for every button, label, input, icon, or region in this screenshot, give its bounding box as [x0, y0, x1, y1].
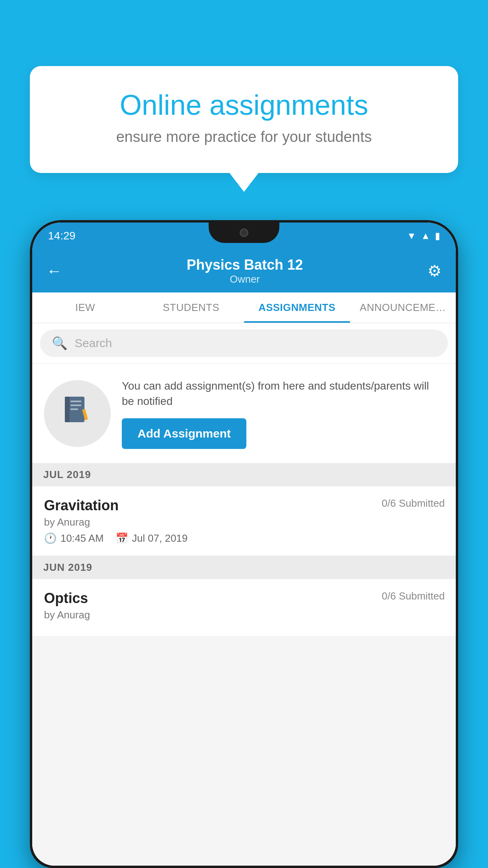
assignment-date: 📅 Jul 07, 2019 [116, 532, 188, 544]
battery-icon: ▮ [435, 230, 440, 241]
calendar-icon: 📅 [116, 532, 128, 544]
assignment-name: Gravitation [44, 497, 119, 514]
header-title-area: Physics Batch 12 Owner [62, 257, 427, 285]
batch-name: Physics Batch 12 [62, 257, 427, 273]
search-bar[interactable]: 🔍 Search [40, 329, 448, 357]
month-jul-2019: JUL 2019 [32, 463, 456, 486]
tab-iew[interactable]: IEW [32, 292, 138, 323]
assignment-item-gravitation[interactable]: Gravitation 0/6 Submitted by Anurag 🕐 10… [32, 486, 456, 556]
notebook-icon [62, 395, 93, 432]
tab-iew-label: IEW [75, 302, 95, 314]
svg-marker-6 [85, 420, 88, 423]
promo-text-area: You can add assignment(s) from here and … [122, 378, 444, 449]
tab-assignments-label: ASSIGNMENTS [259, 302, 336, 314]
bubble-subtitle: ensure more practice for your students [57, 129, 431, 145]
content-area: 🔍 Search [32, 323, 456, 866]
date-value: Jul 07, 2019 [132, 532, 188, 544]
assignment-header-row: Gravitation 0/6 Submitted [44, 497, 445, 514]
assignment-header-row-optics: Optics 0/6 Submitted [44, 590, 445, 607]
status-bar: 14:29 ▼ ▲ ▮ [32, 223, 456, 249]
settings-icon[interactable]: ⚙ [427, 262, 442, 280]
assignment-meta: 🕐 10:45 AM 📅 Jul 07, 2019 [44, 532, 445, 544]
submitted-badge-optics: 0/6 Submitted [382, 590, 445, 602]
speech-bubble: Online assignments ensure more practice … [30, 66, 458, 173]
assignment-author: by Anurag [44, 516, 445, 528]
status-icons: ▼ ▲ ▮ [407, 230, 440, 241]
tab-assignments[interactable]: ASSIGNMENTS [244, 292, 350, 323]
tab-students[interactable]: STUDENTS [138, 292, 244, 323]
promo-icon-circle [44, 380, 111, 447]
search-placeholder: Search [75, 337, 112, 350]
month-jun-label: JUN 2019 [43, 561, 92, 573]
submitted-badge: 0/6 Submitted [382, 497, 445, 509]
owner-label: Owner [62, 273, 427, 285]
tab-announcements[interactable]: ANNOUNCEME… [350, 292, 456, 323]
month-jul-label: JUL 2019 [43, 469, 91, 480]
search-icon: 🔍 [52, 336, 68, 351]
assignment-author-optics: by Anurag [44, 609, 445, 621]
time-value: 10:45 AM [61, 532, 104, 544]
notch-camera [240, 228, 248, 237]
svg-rect-1 [65, 397, 70, 422]
month-jun-2019: JUN 2019 [32, 556, 456, 579]
promo-description: You can add assignment(s) from here and … [122, 378, 444, 409]
bubble-title: Online assignments [57, 90, 431, 121]
tabs-bar: IEW STUDENTS ASSIGNMENTS ANNOUNCEME… [32, 292, 456, 323]
notch [209, 223, 279, 243]
wifi-icon: ▼ [407, 230, 416, 241]
add-assignment-button[interactable]: Add Assignment [122, 418, 246, 449]
clock-icon: 🕐 [44, 532, 57, 544]
app-header: ← Physics Batch 12 Owner ⚙ [32, 249, 456, 292]
promo-section: You can add assignment(s) from here and … [32, 364, 456, 463]
tab-announcements-label: ANNOUNCEME… [360, 302, 446, 314]
assignment-time: 🕐 10:45 AM [44, 532, 104, 544]
back-button[interactable]: ← [46, 262, 62, 280]
svg-rect-4 [70, 408, 78, 410]
assignment-item-optics[interactable]: Optics 0/6 Submitted by Anurag [32, 579, 456, 636]
phone-inner: 14:29 ▼ ▲ ▮ ← Physics Batch 12 Owner ⚙ I… [32, 223, 456, 866]
phone-frame: 14:29 ▼ ▲ ▮ ← Physics Batch 12 Owner ⚙ I… [30, 220, 458, 868]
svg-rect-2 [70, 401, 81, 402]
assignment-name-optics: Optics [44, 590, 88, 607]
status-time: 14:29 [48, 230, 75, 242]
signal-icon: ▲ [421, 230, 430, 241]
svg-rect-3 [70, 405, 81, 406]
search-container: 🔍 Search [32, 323, 456, 363]
tab-students-label: STUDENTS [163, 302, 219, 314]
